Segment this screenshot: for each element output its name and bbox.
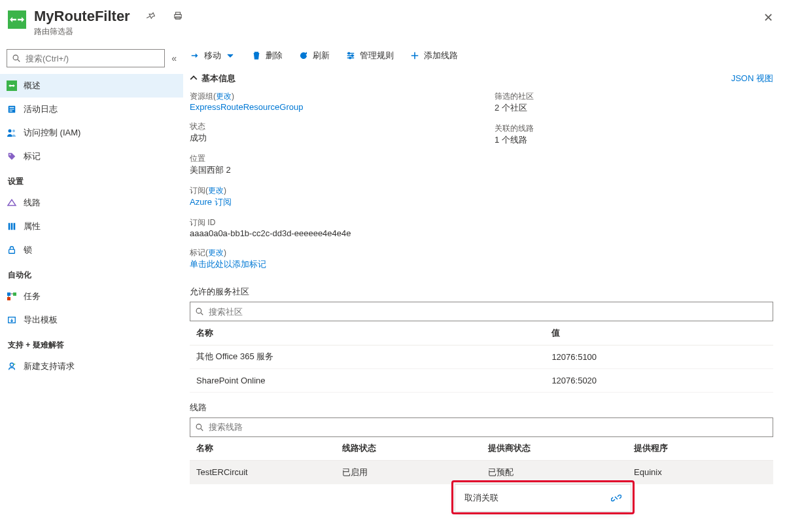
sidebar-item-label: 标记 [24,151,41,162]
unlink-icon [611,493,621,503]
svg-line-23 [201,313,203,315]
svg-rect-15 [13,293,16,296]
sidebar-item-label: 线路 [24,197,41,209]
table-row[interactable]: SharePoint Online12076:5020 [190,368,773,392]
plus-icon [410,50,420,61]
json-view-link[interactable]: JSON 视图 [731,73,773,84]
iam-icon [7,128,17,138]
svg-point-7 [9,130,12,133]
sidebar-item-label: 任务 [24,291,41,302]
svg-line-25 [201,428,203,430]
page-subtitle: 路由筛选器 [34,26,761,37]
status-value: 成功 [190,132,468,144]
page-title: MyRouteFilter [34,8,130,25]
search-icon [11,53,22,63]
sidebar-item-tags[interactable]: 标记 [0,145,183,168]
svg-point-21 [349,57,351,59]
svg-point-24 [196,424,201,429]
sidebar-item-export[interactable]: 导出模板 [0,308,183,332]
sidebar-group-support: 支持 + 疑难解答 [0,332,183,355]
svg-rect-10 [9,223,10,230]
sidebar-group-settings: 设置 [0,168,183,191]
refresh-button[interactable]: 刷新 [298,50,330,62]
svg-point-22 [196,308,201,313]
delete-button[interactable]: 删除 [251,50,283,62]
change-sub-link[interactable]: 更改 [208,186,224,195]
sidebar-item-label: 锁 [24,244,32,256]
search-icon [194,306,205,317]
chevron-down-icon [225,50,236,61]
essentials-panel: 资源组(更改) ExpressRouteResourceGroup 状态 成功 … [190,88,773,277]
svg-rect-13 [9,249,15,253]
route-icon [7,80,17,91]
manage-rules-button[interactable]: 管理规则 [345,50,394,62]
move-button[interactable]: 移动 [190,50,236,62]
subscription-link[interactable]: Azure 订阅 [190,196,468,208]
circuits-search-input[interactable] [209,422,769,432]
resource-group-link[interactable]: ExpressRouteResourceGroup [190,102,468,112]
svg-point-9 [9,154,10,155]
svg-point-8 [12,130,15,132]
communities-count: 2 个社区 [495,102,773,114]
tasks-icon [7,291,17,302]
sliders-icon [345,50,356,61]
sidebar-search-input[interactable] [26,54,160,63]
svg-rect-16 [7,297,10,300]
sidebar-item-properties[interactable]: 属性 [0,215,183,238]
sidebar-item-circuits[interactable]: 线路 [0,191,183,215]
svg-rect-11 [11,223,13,230]
sidebar-item-locks[interactable]: 锁 [0,238,183,262]
disassociate-menu-item[interactable]: 取消关联 [455,485,631,511]
svg-point-18 [10,363,13,366]
communities-search[interactable] [190,302,773,321]
sidebar-item-overview[interactable]: 概述 [0,74,183,98]
circuit-icon [7,198,17,208]
circuits-search[interactable] [190,417,773,437]
communities-search-input[interactable] [209,307,769,317]
sidebar-item-activity-log[interactable]: 活动日志 [0,98,183,121]
table-row[interactable]: TestERCircuit 已启用 已预配 Equinix [190,461,773,484]
sidebar-search[interactable] [7,49,165,67]
svg-point-3 [13,55,18,60]
essentials-label: 基本信息 [201,73,236,84]
sidebar-group-automation: 自动化 [0,262,183,285]
svg-rect-14 [7,293,10,296]
sidebar: « 概述 活动日志 访问控制 (IAM) 标记 设置 线路 [0,43,183,532]
sidebar-item-support[interactable]: 新建支持请求 [0,355,183,378]
table-row[interactable]: 其他 Office 365 服务12076:5100 [190,345,773,368]
export-icon [7,315,17,325]
subscription-id-value: aaaa0a0a-bb1b-cc2c-dd3d-eeeeee4e4e4e [190,228,468,238]
sidebar-item-label: 新建支持请求 [24,361,75,372]
sidebar-item-iam[interactable]: 访问控制 (IAM) [0,121,183,145]
add-circuit-button[interactable]: 添加线路 [410,50,458,62]
command-bar: 移动 删除 刷新 管理规则 添加线路 [190,43,773,69]
sidebar-item-tasks[interactable]: 任务 [0,285,183,308]
props-icon [7,221,17,232]
collapse-sidebar-icon[interactable]: « [171,53,177,63]
pin-icon[interactable] [143,9,158,25]
svg-point-19 [348,52,350,54]
move-icon [190,50,200,61]
refresh-icon [298,50,309,61]
essentials-toggle[interactable] [190,74,198,84]
sidebar-item-label: 活动日志 [24,103,58,115]
support-icon [7,361,17,372]
add-tags-link[interactable]: 单击此处以添加标记 [190,258,468,270]
log-icon [7,104,17,115]
close-icon[interactable]: ✕ [761,8,776,27]
circuits-count: 1 个线路 [495,134,773,146]
search-icon [194,422,205,433]
print-icon[interactable] [171,9,185,25]
svg-rect-12 [14,223,16,230]
svg-point-20 [351,55,353,57]
communities-title: 允许的服务社区 [190,286,773,298]
context-menu: 取消关联 [455,484,631,512]
change-tags-link[interactable]: 更改 [208,248,224,257]
trash-icon [251,50,262,61]
location-value: 美国西部 2 [190,164,468,176]
sidebar-item-label: 属性 [24,221,41,232]
circuits-title: 线路 [190,402,773,414]
tag-icon [7,151,17,162]
change-rg-link[interactable]: 更改 [216,92,232,101]
sidebar-item-label: 概述 [24,80,41,92]
